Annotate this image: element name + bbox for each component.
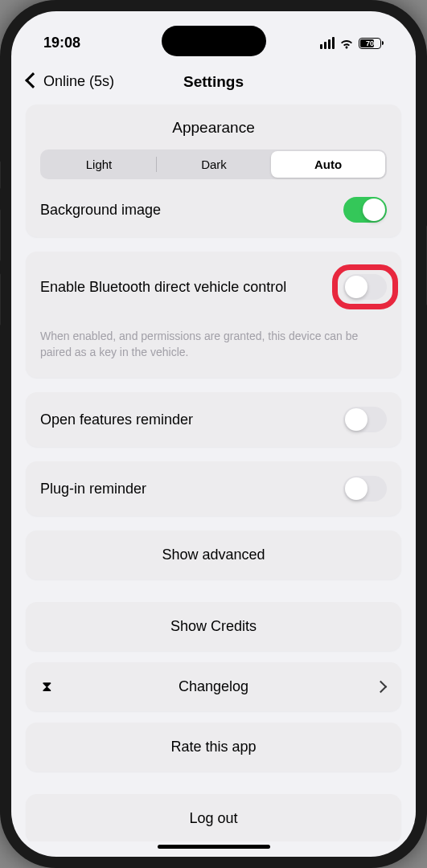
open-features-toggle[interactable] <box>343 407 387 432</box>
segment-dark[interactable]: Dark <box>157 151 271 178</box>
back-button[interactable]: Online (5s) <box>27 73 114 90</box>
bluetooth-card: Enable Bluetooth direct vehicle control … <box>26 252 401 378</box>
cellular-signal-icon <box>320 37 335 49</box>
bluetooth-label: Enable Bluetooth direct vehicle control <box>40 279 343 296</box>
segment-auto[interactable]: Auto <box>271 151 385 178</box>
nav-bar: Online (5s) Settings <box>11 55 416 104</box>
changelog-button[interactable]: ⧗ Changelog <box>26 662 401 711</box>
bluetooth-toggle[interactable] <box>343 274 387 300</box>
appearance-title: Appearance <box>40 119 387 137</box>
hourglass-icon: ⧗ <box>42 678 52 695</box>
theme-segment-control[interactable]: Light Dark Auto <box>40 149 387 179</box>
logout-button[interactable]: Log out <box>26 794 401 841</box>
open-features-label: Open features reminder <box>40 411 193 428</box>
battery-icon: 70 <box>359 38 384 49</box>
bg-image-toggle[interactable] <box>343 197 387 223</box>
segment-light[interactable]: Light <box>42 151 156 178</box>
show-advanced-button[interactable]: Show advanced <box>26 530 401 579</box>
home-indicator[interactable] <box>158 845 270 849</box>
plugin-label: Plug-in reminder <box>40 481 146 497</box>
back-label: Online (5s) <box>43 73 114 90</box>
open-features-card: Open features reminder <box>26 392 401 447</box>
chevron-left-icon <box>27 73 42 90</box>
status-time: 19:08 <box>43 35 80 51</box>
wifi-icon <box>339 38 354 49</box>
page-title: Settings <box>183 73 244 91</box>
plugin-toggle[interactable] <box>343 476 387 502</box>
plugin-reminder-card: Plug-in reminder <box>26 461 401 516</box>
bg-image-label: Background image <box>40 202 161 219</box>
dynamic-island <box>162 26 266 56</box>
chevron-right-icon <box>376 678 385 695</box>
appearance-card: Appearance Light Dark Auto Background im… <box>26 104 401 237</box>
rate-app-button[interactable]: Rate this app <box>26 723 401 772</box>
show-credits-button[interactable]: Show Credits <box>26 602 401 651</box>
bluetooth-hint: When enabled, and permissions are grante… <box>40 329 387 360</box>
